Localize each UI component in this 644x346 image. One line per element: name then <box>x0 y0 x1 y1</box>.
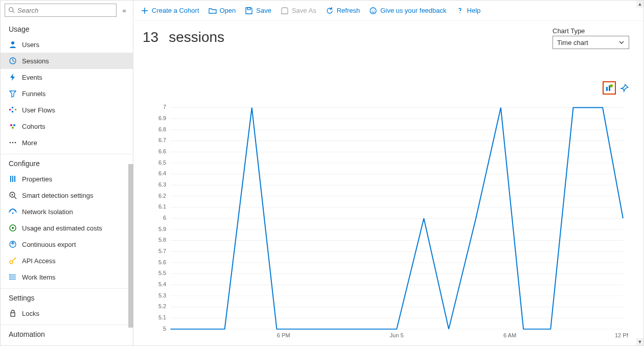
more-icon <box>9 139 17 147</box>
help-button[interactable]: Help <box>456 7 481 15</box>
svg-rect-31 <box>11 313 15 316</box>
nav-item-more[interactable]: More <box>1 134 133 151</box>
save-label: Save <box>256 7 271 14</box>
feedback-button[interactable]: Give us your feedback <box>369 7 446 15</box>
feedback-label: Give us your feedback <box>380 7 446 14</box>
usage-costs-icon <box>9 224 17 232</box>
sidebar: « UsageUsersSessionsEventsFunnelsUser Fl… <box>1 1 133 345</box>
svg-text:6: 6 <box>163 215 166 220</box>
smart-detection-icon <box>9 191 17 199</box>
save-icon <box>245 7 253 15</box>
svg-point-11 <box>10 142 11 144</box>
smile-icon <box>369 7 377 15</box>
user-icon <box>9 40 17 49</box>
clock-icon <box>9 57 17 65</box>
logs-icon[interactable] <box>605 84 613 92</box>
svg-point-22 <box>12 227 14 229</box>
nav-item-label: Funnels <box>22 90 45 98</box>
metric-label: sessions <box>169 29 224 45</box>
nav-item-continuous-export[interactable]: Continuous export <box>1 236 133 252</box>
chart-type-select[interactable]: Time chart <box>553 36 629 49</box>
nav-item-label: Events <box>22 74 42 81</box>
svg-text:6.2: 6.2 <box>158 193 166 198</box>
create-cohort-label: Create a Cohort <box>152 7 199 14</box>
section-header: Automation <box>1 325 133 341</box>
nav-item-api-access[interactable]: API Access <box>1 252 133 269</box>
svg-text:6.5: 6.5 <box>158 159 166 165</box>
help-icon <box>456 7 464 15</box>
svg-rect-39 <box>606 87 608 91</box>
svg-text:5: 5 <box>163 326 166 331</box>
save-button[interactable]: Save <box>245 7 271 15</box>
search-input[interactable] <box>17 7 113 14</box>
content: 13 sessions Chart Type Time chart 76.96.… <box>133 21 643 345</box>
sidebar-scrollbar-thumb[interactable] <box>128 164 133 328</box>
funnel-icon <box>9 89 17 98</box>
flow-icon <box>9 106 17 114</box>
nav-item-sessions[interactable]: Sessions <box>1 53 133 69</box>
svg-text:5.7: 5.7 <box>158 248 166 253</box>
nav-item-label: More <box>22 139 37 147</box>
svg-text:6.3: 6.3 <box>158 181 166 187</box>
nav-item-label: Network Isolation <box>22 208 73 216</box>
scroll-up-arrow[interactable]: ▲ <box>636 1 643 8</box>
svg-point-29 <box>9 276 10 278</box>
nav-item-properties[interactable]: Properties <box>1 171 133 187</box>
svg-text:5.6: 5.6 <box>158 259 166 265</box>
nav-item-funnels[interactable]: Funnels <box>1 85 133 102</box>
nav-item-users[interactable]: Users <box>1 36 133 53</box>
svg-point-20 <box>12 213 14 214</box>
svg-text:5.9: 5.9 <box>158 226 166 232</box>
nav-item-network-isolation[interactable]: Network Isolation <box>1 203 133 220</box>
network-icon <box>9 207 17 216</box>
save-as-label: Save As <box>292 7 316 14</box>
svg-point-19 <box>12 194 13 196</box>
svg-text:12 PM: 12 PM <box>615 333 628 338</box>
sidebar-scrollbar[interactable] <box>128 21 133 345</box>
section-header: Settings <box>1 289 133 305</box>
svg-text:5.5: 5.5 <box>158 270 166 276</box>
nav-item-usage-and-estimated-costs[interactable]: Usage and estimated costs <box>1 220 133 236</box>
refresh-button[interactable]: Refresh <box>326 7 360 15</box>
line-chart: 76.96.86.76.66.56.46.36.26.165.95.85.75.… <box>145 105 628 340</box>
cohorts-icon <box>9 122 17 130</box>
search-box[interactable] <box>5 4 117 17</box>
properties-icon <box>9 175 17 183</box>
collapse-sidebar-button[interactable]: « <box>120 7 129 14</box>
metric-value: 13 <box>143 29 158 45</box>
main: Create a Cohort Open Save Save As Refres… <box>133 1 643 345</box>
refresh-icon <box>326 7 334 15</box>
nav-item-label: Cohorts <box>22 123 45 130</box>
svg-rect-4 <box>9 109 11 110</box>
svg-text:7: 7 <box>163 105 166 110</box>
key-icon <box>9 257 17 265</box>
nav-item-events[interactable]: Events <box>1 69 133 85</box>
svg-point-38 <box>459 12 461 13</box>
svg-rect-16 <box>14 176 15 182</box>
open-label: Open <box>220 7 236 14</box>
create-cohort-button[interactable]: Create a Cohort <box>141 7 199 15</box>
nav-item-smart-detection-settings[interactable]: Smart detection settings <box>1 187 133 203</box>
svg-text:6.9: 6.9 <box>158 115 166 121</box>
nav-item-user-flows[interactable]: User Flows <box>1 102 133 118</box>
svg-rect-6 <box>12 111 13 112</box>
nav-scroll: UsageUsersSessionsEventsFunnelsUser Flow… <box>1 20 133 345</box>
pin-icon[interactable] <box>620 83 629 93</box>
refresh-label: Refresh <box>337 7 360 14</box>
svg-point-13 <box>15 142 16 144</box>
plus-icon <box>141 7 149 15</box>
chart-area: 76.96.86.76.66.56.46.36.26.165.95.85.75.… <box>145 105 628 340</box>
main-scrollbar[interactable]: ▲ ▼ <box>636 1 643 345</box>
svg-point-37 <box>374 9 375 10</box>
nav-item-work-items[interactable]: Work Items <box>1 269 133 285</box>
search-icon <box>8 7 15 14</box>
search-row: « <box>1 1 133 20</box>
nav-item-locks[interactable]: Locks <box>1 305 133 321</box>
svg-point-9 <box>13 124 15 126</box>
svg-rect-14 <box>10 176 11 182</box>
svg-rect-15 <box>12 176 13 182</box>
nav-item-cohorts[interactable]: Cohorts <box>1 118 133 134</box>
scroll-down-arrow[interactable]: ▼ <box>636 338 643 345</box>
open-button[interactable]: Open <box>209 7 236 15</box>
nav-item-label: User Flows <box>22 106 55 114</box>
